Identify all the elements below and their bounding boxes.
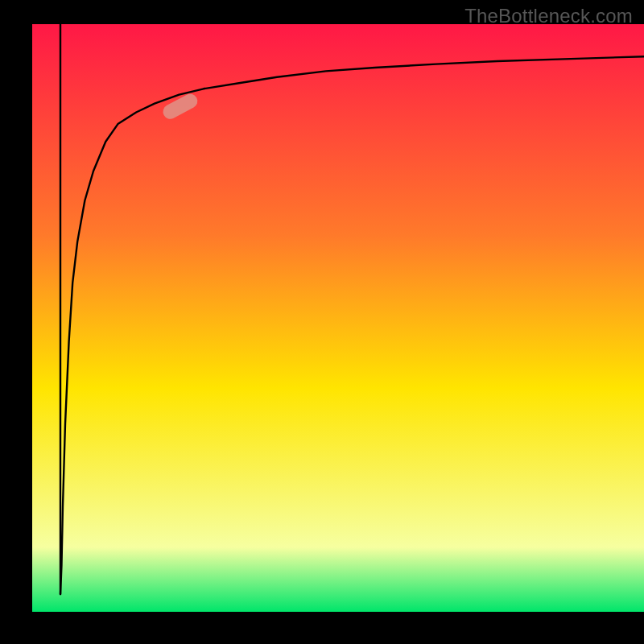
- attribution-text: TheBottleneck.com: [464, 5, 633, 27]
- bottleneck-chart: [0, 0, 644, 644]
- plot-area: [32, 24, 644, 612]
- chart-stage: TheBottleneck.com: [0, 0, 644, 644]
